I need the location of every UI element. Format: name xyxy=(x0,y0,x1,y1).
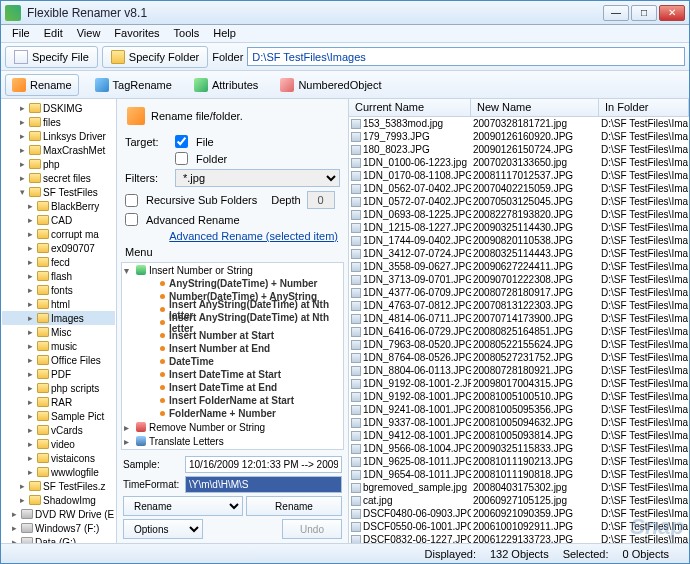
tree-item[interactable]: ▸SF TestFiles.z xyxy=(2,479,115,493)
timeformat-input[interactable] xyxy=(185,476,342,493)
file-row[interactable]: cat.jpg20060927105125.jpgD:\SF TestFiles… xyxy=(349,494,689,507)
rename-options-list[interactable]: ▾Insert Number or StringAnyString(DateTi… xyxy=(121,262,344,450)
target-file-checkbox[interactable] xyxy=(175,135,188,148)
specify-folder-button[interactable]: Specify Folder xyxy=(102,46,208,68)
col-current-name[interactable]: Current Name xyxy=(349,99,471,116)
tree-item[interactable]: ▸DVD RW Drive (E xyxy=(2,507,115,521)
tab-attributes[interactable]: Attributes xyxy=(188,75,264,95)
col-new-name[interactable]: New Name xyxy=(471,99,599,116)
tree-item[interactable]: ▸vCards xyxy=(2,423,115,437)
option-item[interactable]: AnyString(DateTime) + Number xyxy=(134,277,343,290)
tree-item[interactable]: ▸music xyxy=(2,339,115,353)
option-item[interactable]: Insert DateTime at End xyxy=(134,381,343,394)
specify-file-button[interactable]: Specify File xyxy=(5,46,98,68)
menu-view[interactable]: View xyxy=(70,25,108,42)
option-item[interactable]: Insert FolderName at Start xyxy=(134,394,343,407)
tree-item[interactable]: ▸ex090707 xyxy=(2,241,115,255)
menu-edit[interactable]: Edit xyxy=(37,25,70,42)
file-row[interactable]: 1DN_7963-08-0520.JPG20080522155624.JPGD:… xyxy=(349,338,689,351)
file-row[interactable]: 1DN_0562-07-0402.JPG20070402215059.JPGD:… xyxy=(349,182,689,195)
option-item[interactable]: Insert Number at End xyxy=(134,342,343,355)
tree-item[interactable]: ▸Data (G:) xyxy=(2,535,115,543)
file-row[interactable]: 1DN_3412-07-0724.JPG20080325114443.JPGD:… xyxy=(349,247,689,260)
option-item[interactable]: Insert AnyString(DateTime) at Nth letter xyxy=(134,316,343,329)
file-row[interactable]: 1DN_0100-06-1223.jpg20070203133650.jpgD:… xyxy=(349,156,689,169)
tree-item[interactable]: ▸Office Files xyxy=(2,353,115,367)
file-row[interactable]: 1DN_0572-07-0402.JPG20070503125045.JPGD:… xyxy=(349,195,689,208)
file-row[interactable]: 1DN_9192-08-1001-2.JPG20098017004315.JPG… xyxy=(349,377,689,390)
menu-help[interactable]: Help xyxy=(206,25,243,42)
file-row[interactable]: 1DN_4377-06-0709.JPG20080728180917.JPGD:… xyxy=(349,286,689,299)
option-group-header[interactable]: ▸Remove Number or String xyxy=(122,420,343,434)
file-row[interactable]: DSCF0550-06-1001.JPG20061001092911.JPGD:… xyxy=(349,520,689,533)
file-row[interactable]: 1DN_1215-08-1227.JPG20090325114430.JPGD:… xyxy=(349,221,689,234)
file-row[interactable]: 1DN_9566-08-1004.JPG20090325115833.JPGD:… xyxy=(349,442,689,455)
folder-tree[interactable]: ▸DSKIMG▸files▸Linksys Driver▸MaxCrashMet… xyxy=(1,99,117,543)
file-row[interactable]: 1DN_8764-08-0526.JPG20080527231752.JPGD:… xyxy=(349,351,689,364)
menu-favorites[interactable]: Favorites xyxy=(107,25,166,42)
tree-item[interactable]: ▸video xyxy=(2,437,115,451)
option-item[interactable]: FolderName + Number xyxy=(134,407,343,420)
options-select[interactable]: Options xyxy=(123,519,203,539)
tab-rename[interactable]: Rename xyxy=(5,74,79,96)
close-button[interactable]: ✕ xyxy=(659,5,685,21)
option-group-header[interactable]: ▾Insert Number or String xyxy=(122,263,343,277)
undo-button[interactable]: Undo xyxy=(282,519,342,539)
tree-item[interactable]: ▸Sample Pict xyxy=(2,409,115,423)
file-row[interactable]: DSCF0480-06-0903.JPG20060921090359.JPGD:… xyxy=(349,507,689,520)
file-row[interactable]: 1DN_4763-07-0812.JPG20070813122303.JPGD:… xyxy=(349,299,689,312)
tree-item[interactable]: ▸flash xyxy=(2,269,115,283)
option-group-header[interactable]: ▸Replace String xyxy=(122,448,343,450)
option-group-header[interactable]: ▸Translate Letters xyxy=(122,434,343,448)
menu-file[interactable]: File xyxy=(5,25,37,42)
file-row[interactable]: 1DN_3713-09-0701.JPG20090701222308.JPGD:… xyxy=(349,273,689,286)
file-row[interactable]: 1DN_9241-08-1001.JPG20081005095356.JPGD:… xyxy=(349,403,689,416)
tree-item[interactable]: ▸Misc xyxy=(2,325,115,339)
file-row[interactable]: 1DN_0170-08-1108.JPG20081117012537.JPGD:… xyxy=(349,169,689,182)
file-row[interactable]: bgremoved_sample.jpg20080403175302.jpgD:… xyxy=(349,481,689,494)
tree-item[interactable]: ▸php scripts xyxy=(2,381,115,395)
filter-select[interactable]: *.jpg xyxy=(175,169,340,187)
tree-item[interactable]: ▸secret files xyxy=(2,171,115,185)
tab-numberedobject[interactable]: NumberedObject xyxy=(274,75,387,95)
recursive-checkbox[interactable] xyxy=(125,194,138,207)
tree-item[interactable]: ▸Linksys Driver xyxy=(2,129,115,143)
file-row[interactable]: 1DN_0693-08-1225.JPG20082278193820.JPGD:… xyxy=(349,208,689,221)
tree-item[interactable]: ▸RAR xyxy=(2,395,115,409)
tree-item[interactable]: ▸PDF xyxy=(2,367,115,381)
tree-item[interactable]: ▸vistaicons xyxy=(2,451,115,465)
file-row[interactable]: 1DN_9192-08-1001.JPG20081005100510.JPGD:… xyxy=(349,390,689,403)
tree-item[interactable]: ▸files xyxy=(2,115,115,129)
file-list-body[interactable]: 153_5383mod.jpg20070328181721.jpgD:\SF T… xyxy=(349,117,689,543)
file-row[interactable]: 153_5383mod.jpg20070328181721.jpgD:\SF T… xyxy=(349,117,689,130)
menu-tools[interactable]: Tools xyxy=(167,25,207,42)
maximize-button[interactable]: □ xyxy=(631,5,657,21)
file-row[interactable]: 1DN_8804-06-0113.JPG20080728180921.JPGD:… xyxy=(349,364,689,377)
tree-item[interactable]: ▸Windows7 (F:) xyxy=(2,521,115,535)
target-folder-checkbox[interactable] xyxy=(175,152,188,165)
tree-item[interactable]: ▸Images xyxy=(2,311,115,325)
file-row[interactable]: DSCF0832-06-1227.JPG20061229133723.JPGD:… xyxy=(349,533,689,543)
tree-item[interactable]: ▸corrupt ma xyxy=(2,227,115,241)
col-in-folder[interactable]: In Folder xyxy=(599,99,689,116)
file-row[interactable]: 1DN_9654-08-1011.JPG20081011190818.JPGD:… xyxy=(349,468,689,481)
option-item[interactable]: Insert DateTime at Start xyxy=(134,368,343,381)
file-row[interactable]: 1DN_9625-08-1011.JPG20081011190213.JPGD:… xyxy=(349,455,689,468)
rename-action-select[interactable]: Rename xyxy=(123,496,243,516)
tree-item[interactable]: ▸fecd xyxy=(2,255,115,269)
tree-item[interactable]: ▸html xyxy=(2,297,115,311)
file-row[interactable]: 179_7993.JPG20090126160920.JPGD:\SF Test… xyxy=(349,130,689,143)
advanced-link[interactable]: Advanced Rename (selected item) xyxy=(117,228,348,244)
advanced-checkbox[interactable] xyxy=(125,213,138,226)
minimize-button[interactable]: — xyxy=(603,5,629,21)
file-row[interactable]: 1DN_9412-08-1001.JPG20081005093814.JPGD:… xyxy=(349,429,689,442)
tree-item[interactable]: ▸fonts xyxy=(2,283,115,297)
file-row[interactable]: 1DN_6416-06-0729.JPG20080825164851.JPGD:… xyxy=(349,325,689,338)
file-row[interactable]: 1DN_9337-08-1001.JPG20081005094632.JPGD:… xyxy=(349,416,689,429)
tree-item[interactable]: ▸DSKIMG xyxy=(2,101,115,115)
tree-item[interactable]: ▸php xyxy=(2,157,115,171)
sample-input[interactable] xyxy=(185,456,342,473)
tree-item[interactable]: ▸wwwlogfile xyxy=(2,465,115,479)
tab-tagrename[interactable]: TagRename xyxy=(89,75,178,95)
folder-path-input[interactable] xyxy=(247,47,685,66)
